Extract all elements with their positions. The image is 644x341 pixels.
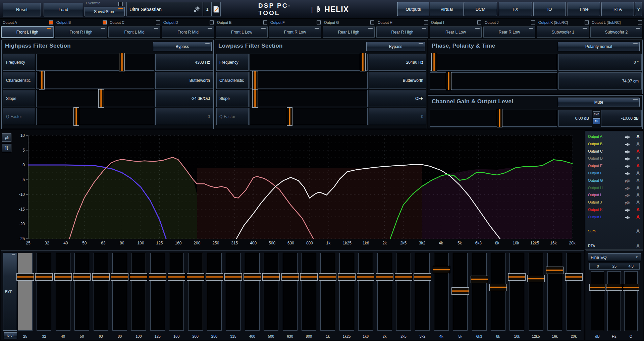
- eq-band-track-125[interactable]: [150, 253, 165, 331]
- eq-band-handle-40[interactable]: [54, 273, 72, 281]
- highpass-value[interactable]: 0: [155, 108, 213, 125]
- edit-preset-cell[interactable]: [212, 2, 221, 16]
- eq-band-track-8k[interactable]: [491, 253, 505, 331]
- eq-bypass-button[interactable]: BYP: [3, 253, 17, 331]
- lowpass-value[interactable]: 20480 Hz: [369, 54, 426, 71]
- nav-button-rta[interactable]: RTA: [601, 2, 634, 16]
- eq-band-track-160[interactable]: [169, 253, 184, 331]
- overwrite-checkbox[interactable]: [118, 2, 123, 6]
- eq-band-track-250[interactable]: [207, 253, 222, 331]
- phase-angle-slider[interactable]: [430, 54, 557, 71]
- polarity-button[interactable]: Polarity normal: [558, 42, 640, 51]
- output-checkbox-6[interactable]: [317, 20, 321, 24]
- lowpass-slider-handle[interactable]: [360, 53, 366, 71]
- output-checkbox-11[interactable]: [585, 20, 589, 24]
- eq-band-track-4k[interactable]: [434, 253, 449, 331]
- monitor-a-toggle[interactable]: A: [635, 156, 641, 161]
- legend-channel-label[interactable]: Output C: [588, 149, 603, 153]
- tab-rear-l-high[interactable]: Rear L High: [323, 26, 375, 38]
- preset-name-field[interactable]: Ultra Sebastian: [126, 2, 203, 16]
- eq-band-track-1k6[interactable]: [358, 253, 373, 331]
- speaker-icon[interactable]: [625, 156, 630, 162]
- nav-button-io[interactable]: IO: [533, 2, 566, 16]
- eq-band-handle-800[interactable]: [300, 273, 318, 281]
- highpass-value[interactable]: Butterworth: [155, 72, 213, 89]
- tab-front-r-low[interactable]: Front R Low: [269, 26, 321, 38]
- eq-band-handle-10k[interactable]: [508, 273, 526, 281]
- eq-band-handle-63[interactable]: [92, 273, 110, 281]
- legend-channel-label[interactable]: Output H: [588, 186, 603, 190]
- eq-band-handle-2k[interactable]: [376, 273, 393, 281]
- tab-front-r-high[interactable]: Front R High: [55, 26, 107, 38]
- highpass-bypass-button[interactable]: Bypass: [153, 42, 212, 51]
- monitor-a-toggle[interactable]: A: [635, 192, 641, 197]
- load-button[interactable]: Load: [44, 3, 83, 16]
- eq-band-handle-4k[interactable]: [433, 266, 450, 273]
- zoom-vertical-button[interactable]: ⇅: [2, 144, 11, 152]
- tab-subwoofer-2[interactable]: Subwoofer 2: [590, 26, 642, 38]
- monitor-a-toggle[interactable]: A: [635, 134, 641, 139]
- eq-band-track-16k[interactable]: [547, 253, 562, 331]
- monitor-a-toggle[interactable]: A: [635, 214, 641, 220]
- lowpass-value[interactable]: OFF: [369, 90, 426, 107]
- eq-band-handle-630[interactable]: [281, 273, 299, 281]
- monitor-a-toggle[interactable]: A: [635, 207, 641, 212]
- monitor-a-toggle[interactable]: A: [635, 178, 641, 183]
- nav-button-dcm[interactable]: DCM: [464, 2, 497, 16]
- eq-band-track-6k3[interactable]: [472, 253, 487, 331]
- eq-band-track-12k5[interactable]: [529, 253, 543, 331]
- speaker-icon[interactable]: [625, 215, 630, 221]
- fine-eq-handle-hz[interactable]: [606, 284, 622, 291]
- eq-band-handle-12k5[interactable]: [527, 275, 545, 282]
- output-checkbox-12[interactable]: [638, 20, 642, 24]
- eq-band-handle-160[interactable]: [168, 273, 185, 281]
- eq-band-track-40[interactable]: [56, 253, 70, 331]
- output-checkbox-3[interactable]: [156, 20, 160, 24]
- eq-band-track-1k25[interactable]: [339, 253, 354, 331]
- output-checkbox-4[interactable]: [210, 20, 214, 24]
- lowpass-slider-frequency[interactable]: [250, 54, 368, 71]
- frequency-response-chart[interactable]: 1050-5-10-15-20-252532405063801001251602…: [0, 130, 584, 250]
- preset-number-cell[interactable]: 1: [203, 2, 212, 16]
- legend-channel-label[interactable]: Output G: [588, 178, 603, 182]
- eq-band-track-500[interactable]: [264, 253, 278, 331]
- eq-band-track-400[interactable]: [245, 253, 260, 331]
- phase-angle-value[interactable]: 0 °: [558, 54, 642, 71]
- highpass-slider-frequency[interactable]: [36, 54, 154, 71]
- lowpass-slider-q-factor[interactable]: [250, 108, 368, 125]
- eq-band-track-200[interactable]: [188, 253, 203, 331]
- rms-toggle[interactable]: RMS: [593, 111, 600, 117]
- lowpass-slider-handle[interactable]: [252, 89, 258, 108]
- eq-band-track-32[interactable]: [37, 253, 51, 331]
- reset-button[interactable]: Reset: [3, 3, 41, 16]
- gain-slider[interactable]: [430, 110, 557, 127]
- speaker-icon[interactable]: [625, 134, 630, 140]
- monitor-a-toggle[interactable]: A: [635, 149, 641, 154]
- speaker-icon[interactable]: [625, 142, 630, 148]
- monitor-a-toggle[interactable]: A: [635, 170, 641, 176]
- legend-channel-label[interactable]: Output B: [588, 142, 602, 146]
- lowpass-slider-handle[interactable]: [287, 107, 292, 126]
- eq-band-handle-8k[interactable]: [489, 284, 507, 291]
- tab-front-l-mid[interactable]: Front L Mid: [108, 26, 160, 38]
- ph-toggle[interactable]: PH: [593, 118, 600, 124]
- tab-rear-r-low[interactable]: Rear R Low: [483, 26, 535, 38]
- tab-front-r-mid[interactable]: Front R Mid: [162, 26, 214, 38]
- eq-band-handle-5k[interactable]: [451, 287, 469, 295]
- speaker-muted-icon[interactable]: [625, 193, 630, 199]
- eq-band-track-630[interactable]: [283, 253, 298, 331]
- nav-button-virtual[interactable]: Virtual: [430, 2, 464, 16]
- eq-band-track-20k[interactable]: [567, 253, 581, 331]
- eq-band-handle-3k2[interactable]: [414, 273, 431, 281]
- lowpass-slider-handle[interactable]: [252, 71, 258, 90]
- eq-band-handle-100[interactable]: [130, 273, 147, 281]
- monitor-a-toggle[interactable]: A: [635, 163, 641, 168]
- lowpass-value[interactable]: 0: [369, 108, 426, 125]
- output-checkbox-8[interactable]: [424, 20, 428, 24]
- tab-front-l-high[interactable]: Front L High: [1, 26, 53, 38]
- time-delay-slider[interactable]: [430, 72, 557, 90]
- eq-band-handle-250[interactable]: [206, 273, 223, 281]
- help-button[interactable]: ?: [635, 2, 642, 16]
- speaker-icon[interactable]: [625, 171, 630, 177]
- eq-band-track-63[interactable]: [94, 253, 108, 331]
